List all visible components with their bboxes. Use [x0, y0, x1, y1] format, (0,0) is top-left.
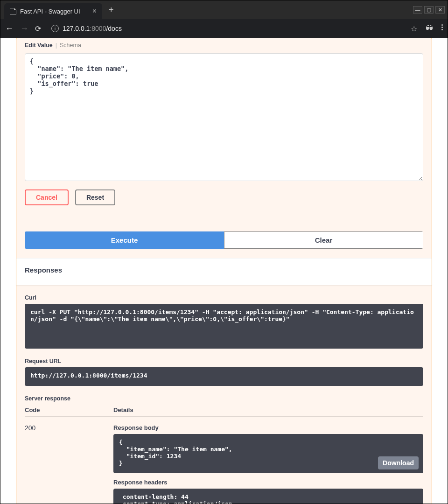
maximize-button[interactable]: ▢	[424, 6, 434, 14]
incognito-icon[interactable]: 🕶	[426, 24, 433, 33]
request-body-editor[interactable]	[25, 53, 423, 181]
server-response-label: Server response	[25, 395, 423, 402]
page-icon	[10, 8, 16, 14]
back-icon[interactable]: ←	[5, 24, 14, 34]
url-path: /docs	[106, 25, 121, 32]
site-info-icon[interactable]: i	[51, 25, 59, 32]
clear-button[interactable]: Clear	[224, 231, 423, 249]
response-body-block[interactable]: { "item_name": "The item name", "item_id…	[113, 434, 423, 473]
browser-tab[interactable]: Fast API - Swagger UI ×	[4, 3, 102, 19]
col-details-header: Details	[113, 406, 133, 413]
browser-titlebar: Fast API - Swagger UI × + — ▢ ✕	[0, 0, 448, 19]
response-code: 200	[25, 424, 113, 504]
request-url-block[interactable]: http://127.0.0.1:8000/items/1234	[25, 367, 423, 386]
body-tab-header: Edit Value | Schema	[25, 38, 423, 53]
page-viewport[interactable]: Edit Value | Schema Cancel Reset Execute…	[0, 38, 448, 504]
close-window-button[interactable]: ✕	[435, 6, 445, 14]
browser-toolbar: ← → ⟳ i 127.0.0.1:8000/docs ☆ 🕶	[0, 19, 448, 38]
window-controls: — ▢ ✕	[413, 6, 448, 14]
execute-button[interactable]: Execute	[25, 231, 224, 249]
request-url-label: Request URL	[25, 358, 423, 364]
minimize-button[interactable]: —	[413, 6, 422, 14]
tab-title: Fast API - Swagger UI	[20, 8, 80, 15]
responses-header: Responses	[16, 258, 432, 285]
cancel-button[interactable]: Cancel	[25, 189, 69, 205]
tab-close-icon[interactable]: ×	[92, 7, 97, 15]
tab-edit-value[interactable]: Edit Value	[25, 42, 53, 49]
response-headers-label: Response headers	[113, 479, 423, 486]
col-code-header: Code	[25, 406, 113, 413]
url-port: :8000	[90, 25, 106, 32]
forward-icon[interactable]: →	[20, 24, 28, 34]
menu-icon[interactable]	[441, 24, 443, 33]
response-body-label: Response body	[113, 424, 423, 431]
response-headers-block[interactable]: content-length: 44 content-type: applica…	[113, 489, 423, 504]
reload-icon[interactable]: ⟳	[35, 24, 41, 33]
curl-label: Curl	[25, 294, 423, 301]
star-icon[interactable]: ☆	[411, 24, 417, 33]
address-bar[interactable]: i 127.0.0.1:8000/docs	[48, 25, 404, 32]
download-button[interactable]: Download	[378, 456, 419, 469]
reset-button[interactable]: Reset	[75, 189, 115, 205]
curl-block[interactable]: curl -X PUT "http://127.0.0.1:8000/items…	[25, 304, 423, 349]
url-host: 127.0.0.1	[63, 25, 90, 32]
tab-schema[interactable]: Schema	[60, 42, 81, 49]
new-tab-button[interactable]: +	[109, 6, 114, 14]
